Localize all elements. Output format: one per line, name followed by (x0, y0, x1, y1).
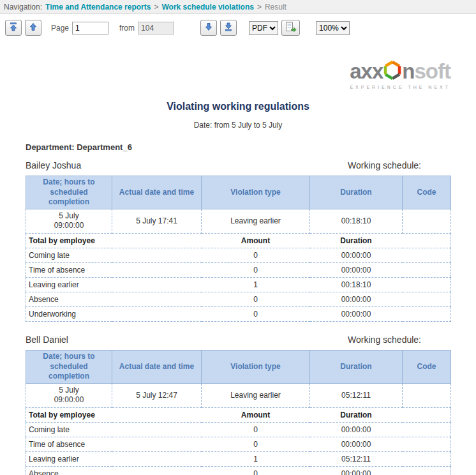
first-page-button[interactable] (5, 20, 22, 36)
total-row: Coming late 0 00:00:00 (26, 422, 451, 437)
cell-empty (403, 422, 451, 437)
previous-page-button[interactable] (25, 20, 41, 36)
department-heading: Department: Department_6 (26, 142, 450, 152)
total-amount: 0 (202, 292, 310, 306)
total-label: Absence (26, 292, 202, 306)
cell-empty (403, 466, 451, 475)
violation-time-line: 09:00:00 (29, 221, 109, 231)
total-pages-field (138, 22, 174, 34)
col-header-actual: Actual date and time (112, 350, 202, 383)
violation-time-line: 09:00:00 (29, 395, 109, 405)
total-duration: 00:00:00 (310, 292, 403, 306)
violations-table: Date; hours to scheduled completion Actu… (26, 350, 451, 475)
violation-row: 5 July 09:00:00 5 July 12:47 Leaving ear… (26, 383, 451, 407)
employee-name: Bailey Joshua (26, 160, 81, 170)
cell-empty (403, 233, 451, 248)
breadcrumb-label: Navigation: (4, 3, 42, 11)
breadcrumb-link-time-attendance[interactable]: Time and Attendance reports (45, 3, 151, 11)
employee-name: Bell Daniel (26, 335, 68, 345)
cell-code (403, 383, 451, 407)
arrow-up-to-bar-icon (9, 22, 18, 33)
cell-actual-datetime: 5 July 17:41 (112, 209, 202, 233)
total-amount: 0 (202, 262, 310, 277)
breadcrumb-separator: > (257, 3, 262, 11)
total-label: Coming late (26, 422, 202, 437)
total-duration: 00:00:00 (310, 422, 403, 437)
hexagon-logo-icon (383, 61, 401, 83)
report-toolbar: Page from PDF 100% (0, 14, 476, 41)
total-duration: 00:00:00 (310, 437, 403, 451)
total-amount: 0 (202, 466, 310, 475)
col-header-duration: Duration (310, 176, 403, 209)
col-header-date: Date; hours to scheduled completion (26, 176, 112, 209)
working-schedule-label: Working schedule: (348, 335, 421, 345)
total-duration: 00:18:10 (310, 277, 403, 292)
cell-empty (403, 248, 451, 262)
total-duration: 05:12:11 (310, 451, 403, 466)
logo-text-n: n (402, 61, 414, 82)
table-header-row: Date; hours to scheduled completion Actu… (26, 176, 451, 209)
cell-actual-datetime: 5 July 12:47 (112, 383, 202, 407)
format-select[interactable]: PDF (249, 21, 278, 35)
logo-text-axx: axx (350, 61, 383, 82)
arrow-up-icon (29, 22, 38, 33)
cell-violation-type: Leaving earlier (202, 383, 310, 407)
col-header-code: Code (403, 176, 451, 209)
col-header-type: Violation type (202, 176, 310, 209)
axxonsoft-logo: axx n soft EXPERIENCE THE NEXT (26, 60, 450, 89)
col-header-duration: Duration (310, 350, 403, 383)
total-label: Time of absence (26, 437, 202, 451)
cell-code (403, 209, 451, 233)
violations-table: Date; hours to scheduled completion Actu… (26, 176, 451, 322)
breadcrumb: Navigation: Time and Attendance reports … (0, 0, 476, 14)
col-header-type: Violation type (202, 350, 310, 383)
total-header-row: Total by employee Amount Duration (26, 233, 451, 248)
violation-date-line: 5 July (29, 386, 109, 396)
arrow-down-icon (204, 22, 213, 33)
total-amount: 0 (202, 422, 310, 437)
next-page-button[interactable] (200, 20, 217, 36)
total-label: Time of absence (26, 262, 202, 277)
page-label: Page (51, 24, 69, 33)
total-amount: 1 (202, 277, 310, 292)
col-header-actual: Actual date and time (112, 176, 202, 209)
breadcrumb-link-work-schedule[interactable]: Work schedule violations (161, 3, 253, 11)
total-row: Absence 0 00:00:00 (26, 466, 451, 475)
cell-duration: 05:12:11 (310, 383, 403, 407)
from-label: from (119, 24, 135, 33)
total-duration: 00:00:00 (310, 466, 403, 475)
cell-empty (403, 292, 451, 306)
violation-date-line: 5 July (29, 211, 109, 222)
total-label: Leaving earlier (26, 451, 202, 466)
breadcrumb-separator: > (154, 3, 158, 11)
cell-empty (403, 277, 451, 292)
cell-empty (403, 437, 451, 451)
total-row: Absence 0 00:00:00 (26, 292, 451, 306)
working-schedule-label: Working schedule: (348, 160, 421, 170)
total-amount: 0 (202, 437, 310, 451)
violation-row: 5 July 09:00:00 5 July 17:41 Leaving ear… (26, 209, 451, 233)
last-page-button[interactable] (220, 20, 237, 36)
arrow-down-to-bar-icon (224, 22, 233, 33)
page-number-input[interactable] (72, 22, 108, 34)
logo-text-soft: soft (415, 61, 451, 82)
cell-empty (403, 407, 451, 422)
total-label: Underworking (26, 306, 202, 321)
export-button[interactable] (281, 20, 300, 36)
cell-violation-type: Leaving earlier (202, 209, 310, 233)
total-amount: 1 (202, 451, 310, 466)
total-label: Absence (26, 466, 202, 475)
total-duration: 00:00:00 (310, 262, 403, 277)
cell-empty (403, 306, 451, 321)
zoom-select[interactable]: 100% (316, 21, 350, 35)
total-header-row: Total by employee Amount Duration (26, 407, 451, 422)
total-duration: 00:00:00 (310, 306, 403, 321)
logo-tagline: EXPERIENCE THE NEXT (350, 85, 450, 89)
report-page: axx n soft EXPERIENCE THE NEXT Violating… (0, 60, 476, 475)
duration-header: Duration (310, 233, 403, 248)
cell-empty (403, 262, 451, 277)
total-amount: 0 (202, 248, 310, 262)
employee-section: Bailey Joshua Working schedule: Date; ho… (26, 160, 450, 322)
total-by-employee-label: Total by employee (26, 407, 202, 422)
total-label: Coming late (26, 248, 202, 262)
